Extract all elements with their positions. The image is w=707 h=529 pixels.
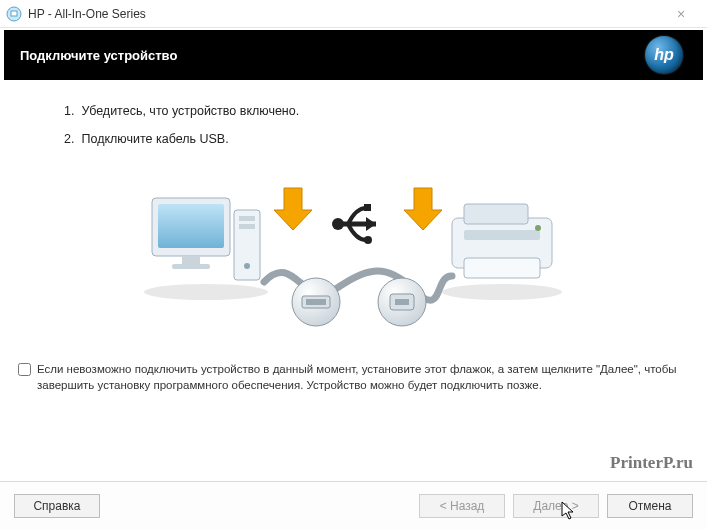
svg-rect-3: [158, 204, 224, 248]
defer-connection-checkbox[interactable]: [18, 363, 31, 376]
banner: Подключите устройство hp: [4, 30, 703, 80]
cancel-button[interactable]: Отмена: [607, 494, 693, 518]
instruction-text: Убедитесь, что устройство включено.: [81, 104, 299, 118]
help-button[interactable]: Справка: [14, 494, 100, 518]
svg-rect-7: [239, 216, 255, 221]
svg-point-10: [144, 284, 268, 300]
svg-rect-4: [182, 256, 200, 264]
instruction-item: 1. Убедитесь, что устройство включено.: [64, 104, 659, 118]
content-area: 1. Убедитесь, что устройство включено. 2…: [0, 80, 707, 358]
svg-rect-5: [172, 264, 210, 269]
instruction-text: Подключите кабель USB.: [81, 132, 228, 146]
hp-logo-icon: hp: [645, 36, 683, 74]
svg-point-13: [364, 236, 372, 244]
svg-rect-25: [395, 299, 409, 305]
defer-connection-row: Если невозможно подключить устройство в …: [0, 358, 707, 401]
svg-rect-1: [11, 11, 17, 16]
svg-point-18: [535, 225, 541, 231]
app-icon: [6, 6, 22, 22]
back-button[interactable]: < Назад: [419, 494, 505, 518]
instruction-list: 1. Убедитесь, что устройство включено. 2…: [64, 104, 659, 146]
watermark-text: PrinterP.ru: [610, 453, 693, 473]
svg-rect-17: [464, 230, 540, 240]
wizard-footer: Справка < Назад Далее > Отмена: [0, 481, 707, 529]
defer-connection-label[interactable]: Если невозможно подключить устройство в …: [37, 362, 689, 393]
svg-rect-8: [239, 224, 255, 229]
next-button[interactable]: Далее >: [513, 494, 599, 518]
svg-rect-22: [306, 299, 326, 305]
connection-illustration: [48, 180, 659, 340]
usb-connection-diagram-icon: [134, 180, 574, 340]
window-titlebar: HP - All-In-One Series ×: [0, 0, 707, 28]
svg-rect-15: [464, 204, 528, 224]
window-title: HP - All-In-One Series: [28, 7, 661, 21]
instruction-number: 1.: [64, 104, 78, 118]
instruction-item: 2. Подключите кабель USB.: [64, 132, 659, 146]
window-close-button[interactable]: ×: [661, 6, 701, 22]
svg-rect-16: [464, 258, 540, 278]
instruction-number: 2.: [64, 132, 78, 146]
svg-point-9: [244, 263, 250, 269]
svg-rect-12: [364, 204, 371, 211]
svg-point-19: [442, 284, 562, 300]
banner-title: Подключите устройство: [20, 48, 177, 63]
